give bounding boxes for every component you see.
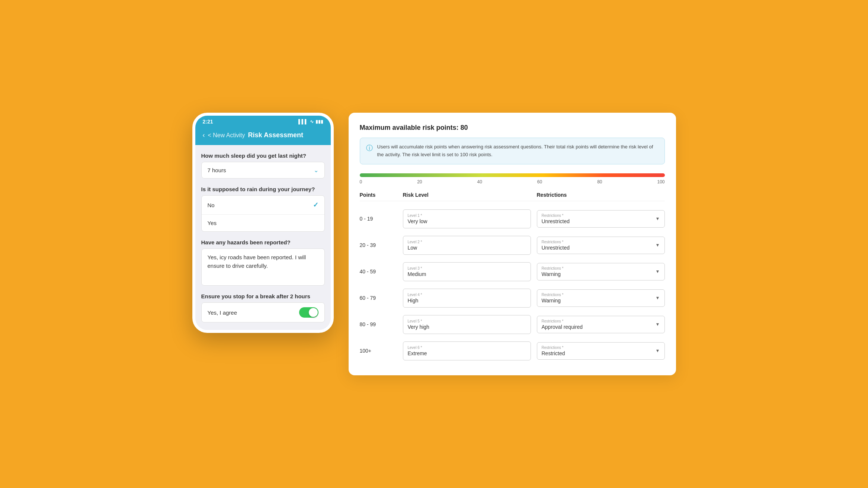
points-cell: 80 - 99: [360, 321, 397, 327]
table-row: 0 - 19 Level 1 * Very low Restrictions *…: [360, 206, 665, 232]
battery-icon: ▮▮▮: [316, 119, 323, 124]
col-points: Points: [360, 192, 397, 198]
restriction-inner-0: Restrictions * Unrestricted: [542, 214, 656, 224]
level-field-4[interactable]: Level 5 * Very high: [403, 315, 531, 334]
phone-header: ‹ < New Activity Risk Assessment: [195, 128, 331, 145]
signal-icon: ▌▌▌: [298, 119, 308, 124]
level-label-4: Level 5 *: [408, 319, 526, 323]
restriction-value-2: Warning: [542, 271, 656, 277]
status-bar: 2:21 ▌▌▌ ∿ ▮▮▮: [195, 116, 331, 128]
risk-bar-labels: 0 20 40 60 80 100: [360, 179, 665, 184]
table-header: Points Risk Level Restrictions: [360, 192, 665, 201]
sleep-dropdown[interactable]: 7 hours ⌄: [201, 162, 325, 179]
sleep-value: 7 hours: [208, 167, 226, 173]
question-sleep-label: How much sleep did you get last night?: [201, 152, 325, 159]
restriction-label-1: Restrictions *: [542, 240, 656, 244]
info-box: ⓘ Users will accumulate risk points when…: [360, 138, 665, 164]
break-toggle[interactable]: [299, 307, 318, 318]
level-value-2: Medium: [408, 271, 526, 277]
radio-option-no[interactable]: No ✓: [202, 196, 324, 215]
level-value-5: Extreme: [408, 350, 526, 356]
status-icons: ▌▌▌ ∿ ▮▮▮: [298, 119, 323, 124]
chevron-down-icon: ▼: [656, 322, 660, 327]
rain-radio-group: No ✓ Yes: [201, 195, 325, 232]
hazards-textarea[interactable]: Yes, icy roads have been reported. I wil…: [201, 248, 325, 286]
bar-label-20: 20: [417, 179, 422, 184]
restriction-field-1[interactable]: Restrictions * Unrestricted ▼: [537, 237, 665, 254]
level-field-1[interactable]: Level 2 * Low: [403, 236, 531, 255]
col-restrictions: Restrictions: [537, 192, 665, 198]
chevron-down-icon: ▼: [656, 295, 660, 301]
toggle-knob: [309, 308, 318, 317]
table-row: 40 - 59 Level 3 * Medium Restrictions * …: [360, 259, 665, 285]
chevron-down-icon: ▼: [656, 216, 660, 221]
level-field-2[interactable]: Level 3 * Medium: [403, 262, 531, 281]
phone-mockup: 2:21 ▌▌▌ ∿ ▮▮▮ ‹ < New Activity Risk Ass…: [192, 113, 334, 333]
status-time: 2:21: [203, 119, 213, 125]
points-cell: 40 - 59: [360, 269, 397, 274]
hazards-value: Yes, icy roads have been reported. I wil…: [208, 254, 306, 269]
table-body: 0 - 19 Level 1 * Very low Restrictions *…: [360, 206, 665, 364]
info-text: Users will accumulate risk points when a…: [377, 143, 659, 159]
level-field-3[interactable]: Level 4 * High: [403, 289, 531, 308]
main-container: 2:21 ▌▌▌ ∿ ▮▮▮ ‹ < New Activity Risk Ass…: [192, 113, 676, 375]
chevron-down-icon: ▼: [656, 243, 660, 248]
level-field-5[interactable]: Level 6 * Extreme: [403, 341, 531, 360]
points-cell: 0 - 19: [360, 216, 397, 222]
chevron-down-icon: ⌄: [314, 167, 318, 174]
page-title: Risk Assessment: [248, 131, 303, 139]
check-icon: ✓: [313, 201, 318, 209]
level-value-4: Very high: [408, 324, 526, 330]
phone-body: How much sleep did you get last night? 7…: [195, 145, 331, 330]
table-row: 100+ Level 6 * Extreme Restrictions * Re…: [360, 338, 665, 364]
question-break-label: Ensure you stop for a break after 2 hour…: [201, 293, 325, 299]
bar-label-100: 100: [657, 179, 664, 184]
restriction-value-3: Warning: [542, 298, 656, 304]
restriction-inner-5: Restrictions * Restricted: [542, 346, 656, 356]
break-value: Yes, I agree: [208, 309, 237, 316]
risk-panel: Maximum available risk points: 80 ⓘ User…: [349, 113, 676, 375]
level-value-3: High: [408, 298, 526, 304]
points-cell: 60 - 79: [360, 295, 397, 301]
restriction-inner-3: Restrictions * Warning: [542, 293, 656, 304]
restriction-value-4: Approval required: [542, 324, 656, 330]
question-hazards-label: Have any hazards been reported?: [201, 239, 325, 245]
level-label-5: Level 6 *: [408, 346, 526, 350]
bar-label-60: 60: [537, 179, 542, 184]
question-break: Ensure you stop for a break after 2 hour…: [201, 293, 325, 322]
wifi-icon: ∿: [310, 119, 314, 124]
restriction-label-3: Restrictions *: [542, 293, 656, 297]
restriction-field-4[interactable]: Restrictions * Approval required ▼: [537, 316, 665, 333]
restriction-inner-4: Restrictions * Approval required: [542, 319, 656, 330]
table-row: 20 - 39 Level 2 * Low Restrictions * Unr…: [360, 232, 665, 259]
panel-title: Maximum available risk points: 80: [360, 124, 665, 132]
risk-bar: [360, 173, 665, 177]
restriction-label-0: Restrictions *: [542, 214, 656, 218]
restriction-label-5: Restrictions *: [542, 346, 656, 350]
break-toggle-row: Yes, I agree: [201, 302, 325, 322]
restriction-field-0[interactable]: Restrictions * Unrestricted ▼: [537, 210, 665, 228]
restriction-field-5[interactable]: Restrictions * Restricted ▼: [537, 342, 665, 360]
table-row: 80 - 99 Level 5 * Very high Restrictions…: [360, 311, 665, 338]
col-risk: Risk Level: [403, 192, 531, 198]
restriction-inner-2: Restrictions * Warning: [542, 266, 656, 277]
info-icon: ⓘ: [366, 144, 373, 159]
radio-option-yes[interactable]: Yes: [202, 215, 324, 231]
level-field-0[interactable]: Level 1 * Very low: [403, 209, 531, 228]
question-rain: Is it supposed to rain during your journ…: [201, 186, 325, 232]
back-button[interactable]: ‹: [203, 131, 205, 139]
level-label-2: Level 3 *: [408, 266, 526, 270]
breadcrumb-new-activity[interactable]: < New Activity: [208, 132, 245, 139]
points-cell: 20 - 39: [360, 242, 397, 248]
level-value-1: Low: [408, 245, 526, 251]
restriction-label-4: Restrictions *: [542, 319, 656, 323]
chevron-down-icon: ▼: [656, 348, 660, 353]
bar-label-80: 80: [597, 179, 602, 184]
restriction-field-3[interactable]: Restrictions * Warning ▼: [537, 289, 665, 307]
restriction-value-5: Restricted: [542, 350, 656, 356]
restriction-inner-1: Restrictions * Unrestricted: [542, 240, 656, 251]
bar-label-40: 40: [477, 179, 482, 184]
restriction-field-2[interactable]: Restrictions * Warning ▼: [537, 263, 665, 280]
radio-label-no: No: [208, 202, 215, 208]
question-rain-label: Is it supposed to rain during your journ…: [201, 186, 325, 192]
